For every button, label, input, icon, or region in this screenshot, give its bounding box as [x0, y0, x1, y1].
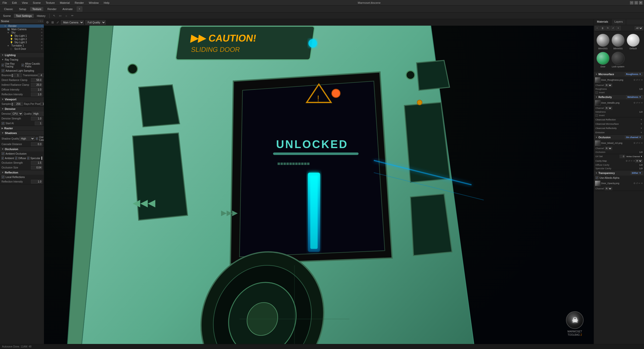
lasso-icon[interactable]: ○: [64, 13, 69, 18]
tab-setup[interactable]: Setup: [17, 7, 28, 11]
occlusion-channel-dropdown[interactable]: On channel ▼: [625, 136, 642, 139]
tree-item-turntable[interactable]: ▼ Turntable 1 👁: [0, 44, 44, 47]
denoise-processor-select[interactable]: CPUGPU: [11, 112, 23, 116]
bounces-down[interactable]: ▼: [11, 75, 13, 77]
roughness-close-icon[interactable]: ✕: [641, 79, 643, 81]
roughness-reload-icon[interactable]: ↺: [636, 79, 638, 81]
shadows-header[interactable]: ▼ Shadows: [0, 131, 44, 135]
turntable-eye-icon[interactable]: 👁: [41, 45, 43, 47]
minimize-button[interactable]: ─: [630, 1, 633, 5]
maximize-button[interactable]: □: [634, 1, 638, 5]
select-icon[interactable]: ↖: [52, 13, 57, 18]
transparency-dither-dropdown[interactable]: Dither ▼: [631, 171, 642, 175]
tree-item-sky-light-3[interactable]: 💡 Sky Light 3 👁: [0, 41, 44, 44]
tab-animate[interactable]: Animate: [60, 7, 75, 11]
albedo-alpha-checkbox[interactable]: ✓: [595, 176, 598, 179]
nav-tab-scene[interactable]: Scene: [1, 14, 13, 18]
alpha-gear-icon[interactable]: ⚙: [633, 182, 635, 185]
specular-checkbox[interactable]: ✓: [27, 157, 29, 160]
menu-material[interactable]: Material: [59, 1, 71, 5]
alpha-close-icon[interactable]: ✕: [641, 182, 643, 185]
ambient-occlusion-checkbox[interactable]: ✓: [2, 152, 5, 155]
bounces-up[interactable]: ▲: [11, 74, 13, 75]
menu-window[interactable]: Window: [88, 1, 100, 5]
lighting-header[interactable]: ▼ Lighting: [0, 53, 44, 57]
light2-eye-icon[interactable]: 👁: [41, 38, 43, 40]
light3-eye-icon[interactable]: 👁: [41, 41, 43, 43]
occ-close-icon[interactable]: ✕: [641, 142, 643, 144]
rays-input[interactable]: [40, 102, 44, 106]
mat-occlusion-header[interactable]: ▼ Occlusion On channel ▼: [594, 135, 644, 140]
render-eye-icon[interactable]: 👁: [41, 25, 43, 27]
tab-classic[interactable]: Classic: [2, 7, 15, 11]
door-eye-icon[interactable]: 👁: [41, 48, 43, 50]
samples-stepper[interactable]: ▲ ▼: [11, 102, 13, 106]
roughness-invert-checkbox[interactable]: [595, 91, 598, 94]
use-cascades-checkbox[interactable]: ✓: [36, 137, 38, 140]
metalness-dropdown[interactable]: Metalness ▼: [626, 95, 642, 99]
denoise-quality-select[interactable]: HighMediumLow: [32, 112, 44, 116]
occlusion-header[interactable]: ▼ Occlusion: [0, 147, 44, 151]
menu-view[interactable]: View: [21, 1, 29, 5]
samples-input[interactable]: [14, 102, 23, 106]
cavity-channel-select[interactable]: R: [635, 159, 642, 163]
denoise-start-input[interactable]: [35, 121, 42, 125]
tab-materials[interactable]: Materials: [594, 19, 612, 25]
caustic-paths-checkbox[interactable]: ✓: [21, 64, 24, 67]
tab-layers[interactable]: Layers: [612, 19, 626, 25]
close-button[interactable]: ✕: [639, 1, 642, 5]
sky-eye-icon[interactable]: 👁: [41, 31, 43, 34]
cavity-edit-icon[interactable]: ✏: [631, 160, 633, 162]
mat-item-blinn3sg[interactable]: blinn3SG: [596, 33, 610, 50]
nav-tab-tool-settings[interactable]: Tool Settings: [14, 14, 34, 18]
transmission-input[interactable]: [38, 73, 44, 77]
rt-add-icon[interactable]: +: [595, 26, 599, 30]
scene-add-icon[interactable]: +: [38, 20, 39, 22]
rt-delete-icon[interactable]: 🗑: [600, 26, 605, 30]
mat-item-door[interactable]: Door: [596, 51, 610, 68]
tree-item-scifi-door[interactable]: ⬡ Sci-fi Door 👁: [0, 47, 44, 51]
denoise-strength-input[interactable]: [31, 117, 42, 120]
reflection-intensity-input-2[interactable]: [31, 180, 42, 184]
roughness-gear-icon[interactable]: ⚙: [633, 79, 635, 81]
tree-item-sky-light-2[interactable]: 💡 Sky Light 2 👁: [0, 37, 44, 41]
vp-layout-icon[interactable]: ⊞: [51, 20, 54, 25]
add-button[interactable]: +: [77, 7, 82, 12]
menu-edit[interactable]: Edit: [11, 1, 18, 5]
reflectivity-header[interactable]: ▼ Reflectivity Metalness ▼: [594, 95, 644, 100]
rect-select-icon[interactable]: ▭: [58, 13, 63, 18]
vertex-channel-dropdown[interactable]: Vertex Channel ▼: [626, 155, 642, 158]
vp-expand-icon[interactable]: ⤢: [56, 20, 59, 25]
metalness-reload-icon[interactable]: ↺: [636, 102, 638, 104]
tree-item-sky[interactable]: ▼ Sky 👁: [0, 31, 44, 34]
indirect-radiance-input[interactable]: [31, 83, 42, 87]
camera-eye-icon[interactable]: 👁: [41, 28, 43, 30]
nav-tab-history[interactable]: History: [35, 14, 47, 18]
metalness-edit-icon[interactable]: ✏: [638, 102, 640, 104]
tab-render[interactable]: Render: [45, 7, 58, 11]
mat-item-default[interactable]: Default: [626, 33, 640, 50]
viewport-header[interactable]: ▼ Viewport: [0, 97, 44, 102]
transparency-header[interactable]: ▼ Transparency Dither ▼: [594, 170, 644, 176]
diffuse-intensity-input[interactable]: [31, 88, 42, 92]
roughness-channel-select[interactable]: RGBA: [605, 83, 612, 87]
occ-reload-icon[interactable]: ↺: [636, 142, 638, 144]
bounces-stepper[interactable]: ▲ ▼: [11, 74, 13, 77]
denoise-enable-checkbox[interactable]: ✓: [2, 122, 5, 125]
reflection-header[interactable]: ▼ Reflection: [0, 170, 44, 175]
menu-render[interactable]: Render: [74, 1, 85, 5]
use-ray-tracing-checkbox[interactable]: ✓: [2, 64, 4, 67]
occ-edit-icon[interactable]: ✏: [638, 142, 640, 144]
quality-select[interactable]: Full Quality: [85, 20, 106, 25]
menu-file[interactable]: File: [2, 1, 8, 5]
local-reflections-checkbox[interactable]: ✓: [2, 176, 5, 179]
metalness-invert-checkbox[interactable]: [595, 114, 598, 117]
reflection-intensity-input[interactable]: [31, 93, 42, 96]
menu-texture[interactable]: Texture: [45, 1, 56, 5]
shadow-quality-select[interactable]: HighMediumLow: [19, 137, 35, 141]
alpha-channel-select[interactable]: RGBA: [605, 187, 612, 190]
roughness-dropdown[interactable]: Roughness ▼: [625, 72, 642, 76]
metalness-gear-icon[interactable]: ⚙: [633, 102, 635, 104]
rt-duplicate-icon[interactable]: ⧉: [605, 26, 610, 30]
cascade-distance-input[interactable]: [31, 142, 42, 146]
